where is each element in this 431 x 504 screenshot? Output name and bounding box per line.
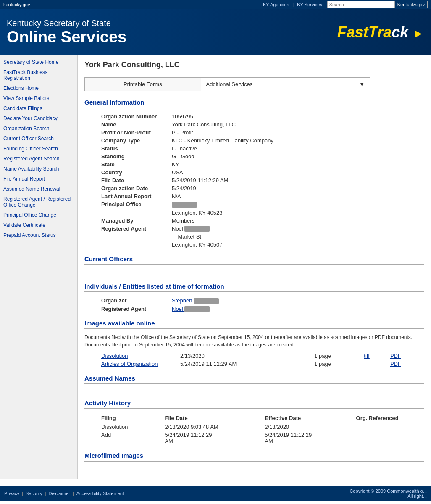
- formation-agent-label: Registered Agent: [84, 305, 168, 313]
- header-line1: Kentucky Secretary of State: [7, 18, 126, 28]
- sidebar-item-current-officer-search[interactable]: Current Officer Search: [0, 134, 77, 144]
- sidebar-item-elections-home[interactable]: Elections Home: [0, 83, 77, 93]
- footer-links: Privacy | Security | Disclaimer | Access…: [4, 491, 124, 496]
- logo-arrow: ►: [413, 27, 424, 40]
- image-row2-tiff: [360, 360, 387, 368]
- image-row1-tiff: tiff: [360, 352, 387, 360]
- image-row1-pdf: PDF: [387, 352, 424, 360]
- field-value-managed-by: Members: [168, 217, 424, 225]
- ky-agencies-link[interactable]: KY Agencies: [263, 2, 289, 7]
- field-label-managed-by: Managed By: [84, 217, 168, 225]
- col-filing: Filing: [84, 413, 148, 423]
- tab-printable-forms[interactable]: Printable Forms: [85, 78, 201, 91]
- field-label-agent-street: [84, 233, 168, 241]
- footer-privacy-link[interactable]: Privacy: [4, 491, 19, 496]
- search-button[interactable]: Kentucky.gov: [394, 1, 428, 8]
- image-row2-pages: 1 page: [311, 360, 360, 368]
- field-value-agent-city: Lexington, KY 40507: [168, 241, 424, 249]
- articles-pdf-link[interactable]: PDF: [390, 361, 401, 367]
- sidebar-item-name-availability[interactable]: Name Availability Search: [0, 164, 77, 174]
- sidebar-item-fasttrack-reg[interactable]: FastTrack Business Registration: [0, 67, 77, 83]
- sidebar-item-sample-ballots[interactable]: View Sample Ballots: [0, 93, 77, 103]
- logo-tra: ck: [392, 24, 408, 41]
- table-header-row: Filing File Date Effective Date Org. Ref…: [84, 413, 424, 423]
- footer-disclaimer-link[interactable]: Disclaimer: [49, 491, 70, 496]
- search-input[interactable]: [327, 1, 394, 8]
- field-label-name: Name: [84, 121, 168, 129]
- sidebar-item-validate-certificate[interactable]: Validate Certificate: [0, 220, 77, 230]
- dissolution-tiff-link[interactable]: tiff: [364, 353, 370, 359]
- sidebar-item-declare-candidacy[interactable]: Declare Your Candidacy: [0, 113, 77, 123]
- sidebar-item-org-search[interactable]: Organization Search: [0, 123, 77, 134]
- sidebar-item-assumed-name-renewal[interactable]: Assumed Name Renewal: [0, 184, 77, 194]
- sidebar-item-principal-office-change[interactable]: Principal Office Change: [0, 210, 77, 220]
- activity-row1-filing: Dissolution: [84, 423, 148, 431]
- redacted-address: [172, 202, 197, 208]
- sidebar-item-candidate-filings[interactable]: Candidate Filings: [0, 103, 77, 113]
- footer-accessibility-link[interactable]: Accessibility Statement: [76, 491, 124, 496]
- field-value-principal-office: [168, 200, 424, 209]
- dissolution-link[interactable]: Dissolution: [101, 353, 128, 359]
- footer-copyright: Copyright © 2009 Commonwealth o... All r…: [350, 488, 427, 499]
- header-line2: Online Services: [7, 28, 126, 46]
- sidebar-item-secretary-home[interactable]: Secretary of State Home: [0, 57, 77, 67]
- sidebar-item-registered-agent-search[interactable]: Registered Agent Search: [0, 154, 77, 164]
- redacted-organizer: [194, 298, 219, 304]
- field-label-standing: Standing: [84, 152, 168, 160]
- activity-row1-file-date: 2/13/2020 9:03:48 AM: [148, 423, 248, 431]
- field-value-principal-city: Lexington, KY 40523: [168, 209, 424, 217]
- footer-security-link[interactable]: Security: [26, 491, 42, 496]
- footer-copyright-text: Copyright © 2009 Commonwealth o...: [350, 488, 427, 494]
- table-row: Company Type KLC - Kentucky Limited Liab…: [84, 136, 424, 144]
- field-label-org-date: Organization Date: [84, 184, 168, 192]
- field-label-company-type: Company Type: [84, 136, 168, 144]
- table-row: Last Annual Report N/A: [84, 192, 424, 200]
- col-org-referenced: Org. Referenced: [339, 413, 424, 423]
- site-header: Kentucky Secretary of State Online Servi…: [0, 9, 431, 55]
- dissolution-pdf-link[interactable]: PDF: [390, 353, 401, 359]
- field-value-file-date: 5/24/2019 11:12:29 AM: [168, 176, 424, 184]
- table-row: File Date 5/24/2019 11:12:29 AM: [84, 176, 424, 184]
- microfilmed-header: Microfilmed Images: [84, 452, 424, 462]
- main-layout: Secretary of State Home FastTrack Busine…: [0, 55, 431, 479]
- field-value-standing: G - Good: [168, 152, 424, 160]
- sidebar-item-registered-agent-change[interactable]: Registered Agent / Registered Office Cha…: [0, 194, 77, 210]
- field-label-status: Status: [84, 144, 168, 152]
- field-value-state: KY: [168, 160, 424, 168]
- field-value-company-type: KLC - Kentucky Limited Liability Company: [168, 136, 424, 144]
- table-row: Managed By Members: [84, 217, 424, 225]
- ky-services-link[interactable]: KY Services: [297, 2, 322, 7]
- table-row: Standing G - Good: [84, 152, 424, 160]
- sidebar-item-founding-officer-search[interactable]: Founding Officer Search: [0, 144, 77, 154]
- content-area: York Park Consulting, LLC Printable Form…: [78, 55, 431, 479]
- table-row: Dissolution 2/13/2020 1 page tiff PDF: [84, 352, 424, 360]
- field-label-org-number: Organization Number: [84, 113, 168, 121]
- organizer-link[interactable]: Stephen: [172, 297, 219, 304]
- field-label-principal-city: [84, 209, 168, 217]
- images-table: Dissolution 2/13/2020 1 page tiff PDF Ar…: [84, 352, 424, 368]
- image-row2-name: Articles of Organization: [84, 360, 177, 368]
- redacted-formation-agent: [184, 306, 210, 312]
- field-label-last-annual: Last Annual Report: [84, 192, 168, 200]
- table-row: Status I - Inactive: [84, 144, 424, 152]
- images-description: Documents filed with the Office of the S…: [84, 333, 424, 349]
- footer-sep3: |: [73, 491, 74, 496]
- footer-rights-text: All right...: [350, 494, 427, 499]
- table-row: Add 5/24/2019 11:12:29AM 5/24/2019 11:12…: [84, 431, 424, 445]
- field-value-last-annual: N/A: [168, 192, 424, 200]
- formation-agent-link[interactable]: Noel: [172, 306, 210, 312]
- col-effective-date: Effective Date: [248, 413, 339, 423]
- tab-additional-services[interactable]: Additional Services ▼: [201, 78, 370, 91]
- articles-link[interactable]: Articles of Organization: [101, 361, 158, 367]
- images-header: Images available online: [84, 320, 424, 329]
- field-value-name: York Park Consulting, LLC: [168, 121, 424, 129]
- formation-agent-name: Noel: [172, 306, 183, 312]
- sidebar-item-file-annual-report[interactable]: File Annual Report: [0, 174, 77, 184]
- activity-row1-org-ref: [339, 423, 424, 431]
- sidebar-item-prepaid-account-status[interactable]: Prepaid Account Status: [0, 230, 77, 240]
- tab-bar: Printable Forms Additional Services ▼: [84, 77, 370, 91]
- field-value-profit: P - Profit: [168, 129, 424, 136]
- site-title: Kentucky Secretary of State Online Servi…: [7, 18, 126, 46]
- field-label-registered-agent: Registered Agent: [84, 225, 168, 233]
- assumed-names-header: Assumed Names: [84, 375, 424, 384]
